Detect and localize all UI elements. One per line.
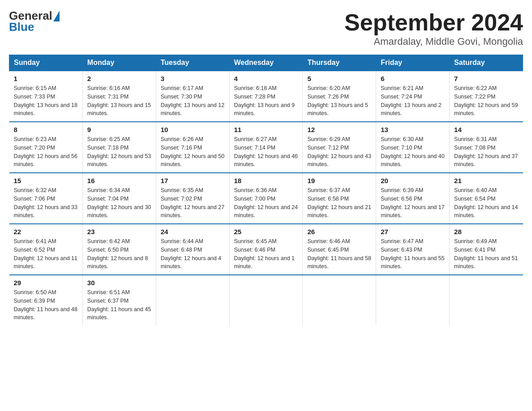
calendar-cell: 5Sunrise: 6:20 AMSunset: 7:26 PMDaylight… bbox=[303, 71, 376, 122]
day-info: Sunrise: 6:36 AMSunset: 7:00 PMDaylight:… bbox=[234, 186, 298, 220]
calendar-cell: 8Sunrise: 6:23 AMSunset: 7:20 PMDaylight… bbox=[9, 122, 83, 173]
page-title: September 2024 bbox=[344, 9, 523, 36]
day-info: Sunrise: 6:37 AMSunset: 6:58 PMDaylight:… bbox=[307, 186, 371, 220]
day-info: Sunrise: 6:27 AMSunset: 7:14 PMDaylight:… bbox=[234, 135, 298, 169]
day-info: Sunrise: 6:25 AMSunset: 7:18 PMDaylight:… bbox=[87, 135, 151, 169]
calendar-cell bbox=[156, 275, 229, 325]
day-info: Sunrise: 6:42 AMSunset: 6:50 PMDaylight:… bbox=[87, 237, 151, 271]
header-sunday: Sunday bbox=[9, 55, 83, 71]
calendar-week-row: 22Sunrise: 6:41 AMSunset: 6:52 PMDayligh… bbox=[9, 224, 523, 275]
day-number: 12 bbox=[307, 126, 371, 133]
day-number: 21 bbox=[454, 177, 518, 184]
day-number: 8 bbox=[14, 126, 78, 133]
day-info: Sunrise: 6:35 AMSunset: 7:02 PMDaylight:… bbox=[161, 186, 225, 220]
calendar-cell: 4Sunrise: 6:18 AMSunset: 7:28 PMDaylight… bbox=[229, 71, 303, 122]
day-number: 20 bbox=[381, 177, 445, 184]
day-number: 4 bbox=[234, 75, 298, 82]
header-monday: Monday bbox=[82, 55, 156, 71]
calendar-week-row: 1Sunrise: 6:15 AMSunset: 7:33 PMDaylight… bbox=[9, 71, 523, 122]
day-number: 30 bbox=[87, 279, 151, 287]
calendar-cell: 17Sunrise: 6:35 AMSunset: 7:02 PMDayligh… bbox=[156, 173, 229, 224]
calendar-cell: 11Sunrise: 6:27 AMSunset: 7:14 PMDayligh… bbox=[229, 122, 303, 173]
calendar-cell: 3Sunrise: 6:17 AMSunset: 7:30 PMDaylight… bbox=[156, 71, 229, 122]
day-info: Sunrise: 6:41 AMSunset: 6:52 PMDaylight:… bbox=[14, 237, 78, 271]
calendar-cell: 10Sunrise: 6:26 AMSunset: 7:16 PMDayligh… bbox=[156, 122, 229, 173]
day-info: Sunrise: 6:47 AMSunset: 6:43 PMDaylight:… bbox=[381, 237, 445, 271]
logo-triangle-icon bbox=[53, 11, 60, 21]
calendar-cell: 18Sunrise: 6:36 AMSunset: 7:00 PMDayligh… bbox=[229, 173, 303, 224]
header-thursday: Thursday bbox=[303, 55, 376, 71]
calendar-cell: 16Sunrise: 6:34 AMSunset: 7:04 PMDayligh… bbox=[82, 173, 156, 224]
header-wednesday: Wednesday bbox=[229, 55, 303, 71]
day-info: Sunrise: 6:16 AMSunset: 7:31 PMDaylight:… bbox=[87, 84, 151, 118]
day-number: 24 bbox=[161, 228, 225, 235]
day-info: Sunrise: 6:20 AMSunset: 7:26 PMDaylight:… bbox=[307, 84, 371, 118]
day-number: 1 bbox=[14, 75, 78, 82]
day-number: 18 bbox=[234, 177, 298, 184]
day-number: 10 bbox=[161, 126, 225, 133]
day-number: 19 bbox=[307, 177, 371, 184]
day-info: Sunrise: 6:44 AMSunset: 6:48 PMDaylight:… bbox=[161, 237, 225, 271]
calendar-cell: 26Sunrise: 6:46 AMSunset: 6:45 PMDayligh… bbox=[303, 224, 376, 275]
day-info: Sunrise: 6:49 AMSunset: 6:41 PMDaylight:… bbox=[454, 237, 518, 271]
day-info: Sunrise: 6:31 AMSunset: 7:08 PMDaylight:… bbox=[454, 135, 518, 169]
day-number: 26 bbox=[307, 228, 371, 235]
calendar-cell bbox=[229, 275, 303, 325]
day-info: Sunrise: 6:30 AMSunset: 7:10 PMDaylight:… bbox=[381, 135, 445, 169]
calendar-cell: 9Sunrise: 6:25 AMSunset: 7:18 PMDaylight… bbox=[82, 122, 156, 173]
calendar-body: 1Sunrise: 6:15 AMSunset: 7:33 PMDaylight… bbox=[9, 71, 523, 325]
day-number: 29 bbox=[14, 279, 78, 287]
calendar-cell: 15Sunrise: 6:32 AMSunset: 7:06 PMDayligh… bbox=[9, 173, 83, 224]
calendar-cell: 30Sunrise: 6:51 AMSunset: 6:37 PMDayligh… bbox=[82, 275, 156, 325]
day-info: Sunrise: 6:21 AMSunset: 7:24 PMDaylight:… bbox=[381, 84, 445, 118]
calendar-cell: 12Sunrise: 6:29 AMSunset: 7:12 PMDayligh… bbox=[303, 122, 376, 173]
calendar-cell: 20Sunrise: 6:39 AMSunset: 6:56 PMDayligh… bbox=[376, 173, 450, 224]
day-info: Sunrise: 6:45 AMSunset: 6:46 PMDaylight:… bbox=[234, 237, 298, 271]
day-info: Sunrise: 6:51 AMSunset: 6:37 PMDaylight:… bbox=[87, 288, 151, 322]
calendar-week-row: 29Sunrise: 6:50 AMSunset: 6:39 PMDayligh… bbox=[9, 275, 523, 325]
day-number: 23 bbox=[87, 228, 151, 235]
calendar-cell: 2Sunrise: 6:16 AMSunset: 7:31 PMDaylight… bbox=[82, 71, 156, 122]
day-number: 11 bbox=[234, 126, 298, 133]
title-area: September 2024 Amardalay, Middle Govi, M… bbox=[344, 9, 523, 47]
calendar-cell: 1Sunrise: 6:15 AMSunset: 7:33 PMDaylight… bbox=[9, 71, 83, 122]
calendar-cell: 6Sunrise: 6:21 AMSunset: 7:24 PMDaylight… bbox=[376, 71, 450, 122]
day-info: Sunrise: 6:50 AMSunset: 6:39 PMDaylight:… bbox=[14, 288, 78, 322]
calendar-cell: 14Sunrise: 6:31 AMSunset: 7:08 PMDayligh… bbox=[450, 122, 523, 173]
calendar-cell: 25Sunrise: 6:45 AMSunset: 6:46 PMDayligh… bbox=[229, 224, 303, 275]
day-number: 28 bbox=[454, 228, 518, 235]
day-number: 7 bbox=[454, 75, 518, 82]
header-tuesday: Tuesday bbox=[156, 55, 229, 71]
day-number: 3 bbox=[161, 75, 225, 82]
day-number: 17 bbox=[161, 177, 225, 184]
calendar-cell: 22Sunrise: 6:41 AMSunset: 6:52 PMDayligh… bbox=[9, 224, 83, 275]
header-saturday: Saturday bbox=[450, 55, 523, 71]
day-info: Sunrise: 6:18 AMSunset: 7:28 PMDaylight:… bbox=[234, 84, 298, 118]
day-number: 16 bbox=[87, 177, 151, 184]
day-info: Sunrise: 6:29 AMSunset: 7:12 PMDaylight:… bbox=[307, 135, 371, 169]
calendar-cell: 29Sunrise: 6:50 AMSunset: 6:39 PMDayligh… bbox=[9, 275, 83, 325]
calendar-cell: 21Sunrise: 6:40 AMSunset: 6:54 PMDayligh… bbox=[450, 173, 523, 224]
calendar-week-row: 8Sunrise: 6:23 AMSunset: 7:20 PMDaylight… bbox=[9, 122, 523, 173]
day-info: Sunrise: 6:39 AMSunset: 6:56 PMDaylight:… bbox=[381, 186, 445, 220]
day-info: Sunrise: 6:22 AMSunset: 7:22 PMDaylight:… bbox=[454, 84, 518, 118]
day-header-row: Sunday Monday Tuesday Wednesday Thursday… bbox=[9, 55, 523, 71]
day-number: 9 bbox=[87, 126, 151, 133]
calendar-cell: 27Sunrise: 6:47 AMSunset: 6:43 PMDayligh… bbox=[376, 224, 450, 275]
day-info: Sunrise: 6:46 AMSunset: 6:45 PMDaylight:… bbox=[307, 237, 371, 271]
day-info: Sunrise: 6:34 AMSunset: 7:04 PMDaylight:… bbox=[87, 186, 151, 220]
calendar-week-row: 15Sunrise: 6:32 AMSunset: 7:06 PMDayligh… bbox=[9, 173, 523, 224]
calendar-table: Sunday Monday Tuesday Wednesday Thursday… bbox=[9, 55, 523, 325]
day-number: 13 bbox=[381, 126, 445, 133]
day-info: Sunrise: 6:15 AMSunset: 7:33 PMDaylight:… bbox=[14, 84, 78, 118]
calendar-cell: 19Sunrise: 6:37 AMSunset: 6:58 PMDayligh… bbox=[303, 173, 376, 224]
calendar-cell: 7Sunrise: 6:22 AMSunset: 7:22 PMDaylight… bbox=[450, 71, 523, 122]
calendar-cell: 28Sunrise: 6:49 AMSunset: 6:41 PMDayligh… bbox=[450, 224, 523, 275]
calendar-cell: 13Sunrise: 6:30 AMSunset: 7:10 PMDayligh… bbox=[376, 122, 450, 173]
day-number: 22 bbox=[14, 228, 78, 235]
logo: General Blue bbox=[9, 9, 60, 34]
logo-blue-text: Blue bbox=[9, 20, 60, 34]
day-number: 15 bbox=[14, 177, 78, 184]
day-info: Sunrise: 6:23 AMSunset: 7:20 PMDaylight:… bbox=[14, 135, 78, 169]
day-info: Sunrise: 6:17 AMSunset: 7:30 PMDaylight:… bbox=[161, 84, 225, 118]
